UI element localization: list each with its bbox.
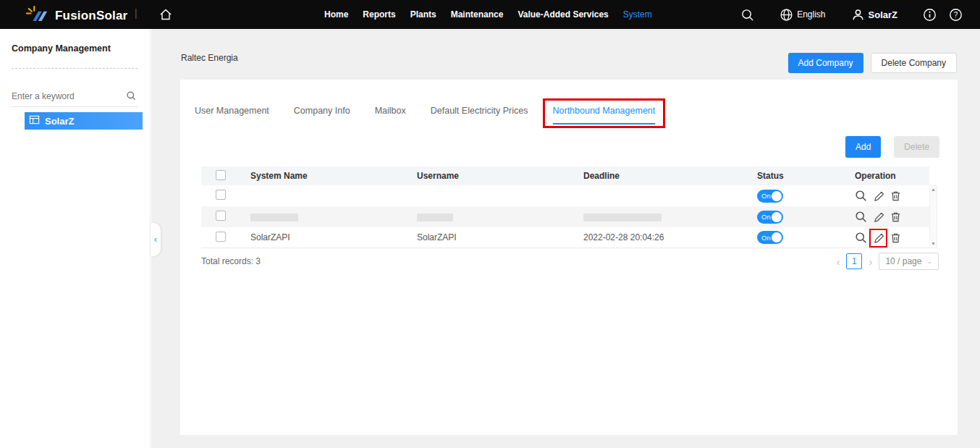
toggle-knob [772,191,782,201]
redacted-text [250,214,298,221]
table-row: SolarZAPI SolarZAPI 2022-02-28 20:04:26 … [201,227,929,248]
fusionsolar-logo-icon [25,5,49,26]
nav-item-plants[interactable]: Plants [410,9,436,20]
help-icon[interactable]: ? [949,8,963,22]
next-page-icon[interactable]: › [869,256,872,267]
sidebar-item-solarz[interactable]: SolarZ [25,112,143,130]
nav-item-home[interactable]: Home [324,9,348,20]
username-label: SolarZ [869,9,897,20]
page-size-value: 10 / page [885,256,921,266]
row-checkbox[interactable] [216,211,226,221]
header-deadline: Deadline [575,171,748,181]
view-icon[interactable] [855,190,867,202]
edit-icon[interactable] [872,232,884,244]
tab-label: Northbound Management [553,106,656,116]
page-actions: Add Company Delete Company [788,53,957,73]
tab-northbound-management[interactable]: Northbound Management [553,106,656,124]
page-number-button[interactable]: 1 [846,253,862,269]
tab-default-electricity-prices[interactable]: Default Electricity Prices [431,106,528,124]
header-username: Username [408,171,575,181]
add-company-button[interactable]: Add Company [788,53,863,73]
main-content: Raltec Energia Add Company Delete Compan… [151,29,980,448]
row-checkbox[interactable] [216,232,226,242]
northbound-table: System Name Username Deadline Status Ope… [201,166,929,248]
toggle-knob [772,232,782,242]
header-status: Status [748,171,846,181]
cell-system-name: SolarZAPI [250,232,290,242]
status-toggle[interactable]: On [757,231,783,244]
status-toggle[interactable]: On [757,211,783,224]
delete-button[interactable]: Delete [894,136,939,158]
topbar-right: English SolarZ ? [740,0,963,29]
company-breadcrumb: Raltec Energia [181,53,238,63]
keyword-search-input[interactable] [12,88,138,107]
sidebar-search [12,88,138,107]
table-row: On [201,206,929,227]
delete-company-button[interactable]: Delete Company [871,53,957,73]
tab-mailbox[interactable]: Mailbox [375,106,406,124]
nav-item-reports[interactable]: Reports [363,9,395,20]
status-toggle[interactable]: On [757,190,783,203]
redacted-text [417,214,453,221]
nav-item-value-added-services[interactable]: Value-Added Services [518,9,608,20]
scroll-down-icon[interactable]: ▼ [931,240,936,248]
topbar-separator: | [135,7,138,19]
toggle-label: On [761,192,771,200]
home-icon[interactable] [159,7,173,22]
table-actions: Add Delete [845,136,939,158]
tab-bar: User Management Company Info Mailbox Def… [195,106,655,124]
svg-text:?: ? [954,11,958,19]
chevron-left-icon: ‹ [154,234,157,245]
pagination: ‹ 1 › 10 / page ⌄ [836,253,939,270]
view-icon[interactable] [855,211,867,223]
brand-name: FusionSolar [55,9,127,23]
cell-username: SolarZAPI [417,232,457,242]
chevron-down-icon: ⌄ [926,258,932,265]
search-icon[interactable] [126,90,136,101]
sidebar-collapse-button[interactable]: ‹ [151,223,161,256]
edit-icon[interactable] [872,211,884,223]
table-header-row: System Name Username Deadline Status Ope… [201,166,929,185]
tab-user-management[interactable]: User Management [195,106,269,124]
tree-item-label: SolarZ [45,116,74,127]
delete-icon[interactable] [890,232,902,244]
sidebar-title: Company Management [12,43,111,54]
topbar: FusionSolar | Home Reports Plants Mainte… [0,0,980,29]
delete-icon[interactable] [890,211,902,223]
edit-icon[interactable] [872,190,884,202]
table-row: On [201,185,929,206]
select-all-checkbox[interactable] [216,170,226,180]
sidebar-divider [12,68,138,69]
total-records-label: Total records: 3 [201,256,261,266]
user-menu[interactable]: SolarZ [851,8,897,22]
sidebar: Company Management SolarZ [0,29,151,448]
cell-deadline: 2022-02-28 20:04:26 [583,232,664,242]
previous-page-icon[interactable]: ‹ [836,256,840,267]
table-scrollbar[interactable]: ▲ ▼ [929,185,937,248]
row-checkbox[interactable] [216,190,226,200]
company-grid-icon [29,114,40,128]
info-icon[interactable] [923,8,937,22]
header-system-name: System Name [242,171,408,181]
nav-item-system[interactable]: System [623,9,652,20]
globe-icon [780,8,793,22]
language-label: English [797,9,825,20]
content-card: User Management Company Info Mailbox Def… [180,80,958,435]
user-icon [851,8,865,22]
language-selector[interactable]: English [780,8,825,22]
tab-company-info[interactable]: Company Info [294,106,350,124]
view-icon[interactable] [855,232,867,244]
scroll-up-icon[interactable]: ▲ [931,186,936,193]
delete-icon[interactable] [890,190,902,202]
table-footer: Total records: 3 ‹ 1 › 10 / page ⌄ [201,252,939,271]
page-size-select[interactable]: 10 / page ⌄ [879,253,939,270]
nav-item-maintenance[interactable]: Maintenance [451,9,504,20]
redacted-text [583,214,662,221]
add-button[interactable]: Add [845,136,881,158]
toggle-label: On [761,234,771,242]
toggle-knob [772,212,782,222]
top-navigation: Home Reports Plants Maintenance Value-Ad… [324,0,652,29]
brand: FusionSolar [25,5,127,26]
search-icon[interactable] [740,8,754,22]
toggle-label: On [761,213,771,221]
